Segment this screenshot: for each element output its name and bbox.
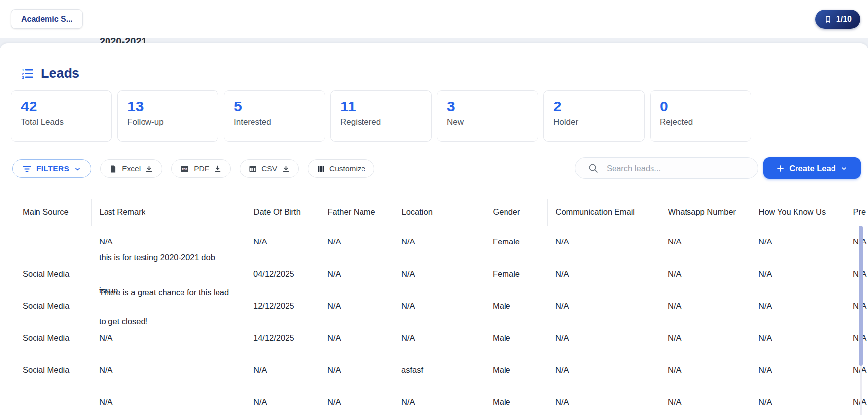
stat-label: Registered <box>340 117 431 127</box>
col-header-communication-email[interactable]: Communication Email <box>547 199 660 226</box>
customize-columns-button[interactable]: Customize <box>308 159 374 178</box>
customize-label: Customize <box>329 164 365 173</box>
search-icon <box>588 163 599 173</box>
stat-value: 3 <box>447 99 538 114</box>
cell-gender: Male <box>485 290 547 322</box>
bookmark-icon <box>824 15 832 24</box>
col-header-how-you-know-us[interactable]: How You Know Us <box>751 199 845 226</box>
filters-button[interactable]: FILTERS <box>12 159 91 178</box>
col-header-whatsapp-number[interactable]: Whatsapp Number <box>660 199 751 226</box>
cell-how-you-know-us: N/A <box>751 386 845 415</box>
cell-last-remark: N/A <box>91 322 246 354</box>
overflow-remark-line: to get closed! <box>99 317 147 326</box>
table-row[interactable]: Social Media N/A N/A N/A asfasf Male N/A… <box>15 354 868 386</box>
col-header-gender[interactable]: Gender <box>485 199 547 226</box>
stat-card-rejected[interactable]: 0 Rejected <box>650 90 751 142</box>
pdf-icon: PDF <box>180 164 189 173</box>
cell-gender: Male <box>485 354 547 386</box>
cell-main-source <box>15 386 91 415</box>
stat-label: New <box>447 117 538 127</box>
search-box <box>575 157 758 179</box>
cell-date-of-birth: 14/12/2025 <box>246 322 320 354</box>
filters-label: FILTERS <box>36 164 69 173</box>
stat-card-total-leads[interactable]: 42 Total Leads <box>11 90 112 142</box>
cell-communication-email: N/A <box>547 290 660 322</box>
col-header-father-name[interactable]: Father Name <box>320 199 394 226</box>
stat-label: Holder <box>553 117 644 127</box>
create-lead-button[interactable]: Create Lead <box>763 157 861 179</box>
stat-card-follow-up[interactable]: 13 Follow-up <box>117 90 218 142</box>
pager-badge[interactable]: 1/10 <box>815 10 860 29</box>
stat-value: 0 <box>660 99 751 114</box>
stat-card-new[interactable]: 3 New <box>437 90 538 142</box>
table-row[interactable]: N/A N/A N/A N/A Male N/A N/A N/A N/A <box>15 386 868 415</box>
pdf-label: PDF <box>194 164 209 173</box>
stat-value: 11 <box>340 99 431 114</box>
cell-father-name: N/A <box>320 322 394 354</box>
cell-communication-email: N/A <box>547 386 660 415</box>
cell-main-source: Social Media <box>15 258 91 290</box>
col-header-location[interactable]: Location <box>394 199 485 226</box>
cell-pre: N/A <box>845 386 868 415</box>
cell-how-you-know-us: N/A <box>751 354 845 386</box>
cell-pre: N/A <box>845 226 868 258</box>
cell-date-of-birth: N/A <box>246 226 320 258</box>
cell-location: N/A <box>394 386 485 415</box>
cell-main-source: Social Media <box>15 290 91 322</box>
stat-card-holder[interactable]: 2 Holder <box>543 90 645 142</box>
cell-whatsapp-number: N/A <box>660 322 751 354</box>
cell-location: asfasf <box>394 354 485 386</box>
stats-row: 42 Total Leads 13 Follow-up 5 Interested… <box>11 90 751 142</box>
stat-label: Rejected <box>660 117 751 127</box>
pager-badge-label: 1/10 <box>836 15 852 24</box>
table-row[interactable]: Social Media this is for testing 2020-20… <box>15 258 868 290</box>
chevron-down-icon <box>840 165 848 172</box>
cell-father-name: N/A <box>320 258 394 290</box>
top-bar: Academic S... 1/10 <box>0 0 868 38</box>
stat-card-registered[interactable]: 11 Registered <box>330 90 432 142</box>
cell-main-source: Social Media <box>15 354 91 386</box>
col-header-main-source[interactable]: Main Source <box>15 199 91 226</box>
academic-session-button[interactable]: Academic S... <box>11 9 83 29</box>
cell-how-you-know-us: N/A <box>751 258 845 290</box>
cell-gender: Male <box>485 386 547 415</box>
chevron-down-icon <box>74 165 81 173</box>
cell-whatsapp-number: N/A <box>660 258 751 290</box>
stat-label: Total Leads <box>21 117 111 127</box>
svg-text:PDF: PDF <box>182 167 187 170</box>
excel-label: Excel <box>122 164 141 173</box>
stat-value: 5 <box>234 99 325 114</box>
table-row[interactable]: Social Media There is a great chance for… <box>15 290 868 322</box>
table-row[interactable]: Social Media N/A 14/12/2025 N/A N/A Male… <box>15 322 868 354</box>
cell-gender: Male <box>485 322 547 354</box>
cell-whatsapp-number: N/A <box>660 354 751 386</box>
cell-communication-email: N/A <box>547 226 660 258</box>
overflow-remark-line: There is a great chance for this lead <box>99 288 229 297</box>
file-icon <box>109 165 117 173</box>
col-header-last-remark[interactable]: Last Remark <box>91 199 246 226</box>
cell-pre: N/A <box>845 258 868 290</box>
toolbar: FILTERS Excel PDF PDF <box>12 159 374 178</box>
table-header-row: Main Source Last Remark Date Of Birth Fa… <box>15 199 868 226</box>
cell-how-you-know-us: N/A <box>751 290 845 322</box>
export-csv-button[interactable]: CSV <box>240 159 299 178</box>
stat-card-interested[interactable]: 5 Interested <box>224 90 325 142</box>
csv-label: CSV <box>261 164 277 173</box>
leads-table: Main Source Last Remark Date Of Birth Fa… <box>15 199 868 415</box>
cell-how-you-know-us: N/A <box>751 322 845 354</box>
stat-value: 42 <box>21 99 111 114</box>
cell-gender: Female <box>485 258 547 290</box>
svg-text:3: 3 <box>22 75 24 80</box>
export-excel-button[interactable]: Excel <box>100 159 162 178</box>
col-header-date-of-birth[interactable]: Date Of Birth <box>246 199 320 226</box>
overflow-remark-line: this is for testing 2020-2021 dob <box>99 253 215 262</box>
export-pdf-button[interactable]: PDF PDF <box>171 159 231 178</box>
cell-last-remark: N/A <box>91 386 246 415</box>
table-grid-icon <box>249 165 257 173</box>
columns-icon <box>317 165 325 173</box>
cell-whatsapp-number: N/A <box>660 290 751 322</box>
table-scrollbar-thumb[interactable] <box>859 226 863 366</box>
col-header-pre[interactable]: Pre <box>845 199 868 226</box>
search-input[interactable] <box>607 164 740 173</box>
cell-main-source: Social Media <box>15 322 91 354</box>
